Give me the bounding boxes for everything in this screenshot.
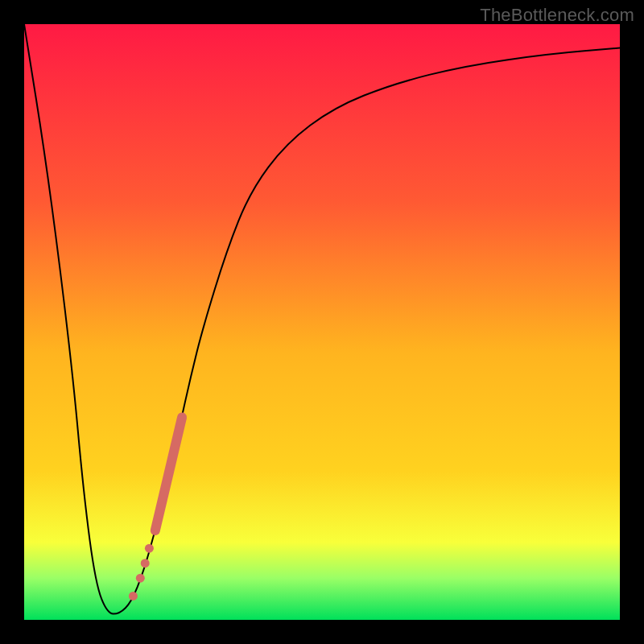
plot-area: [24, 24, 620, 620]
chart-frame: TheBottleneck.com: [0, 0, 644, 644]
watermark-text: TheBottleneck.com: [480, 5, 634, 26]
svg-point-4: [136, 574, 145, 583]
svg-point-2: [145, 544, 154, 553]
svg-point-3: [141, 559, 150, 568]
chart-svg: [24, 24, 620, 620]
svg-rect-0: [24, 24, 620, 620]
svg-point-5: [129, 592, 138, 601]
